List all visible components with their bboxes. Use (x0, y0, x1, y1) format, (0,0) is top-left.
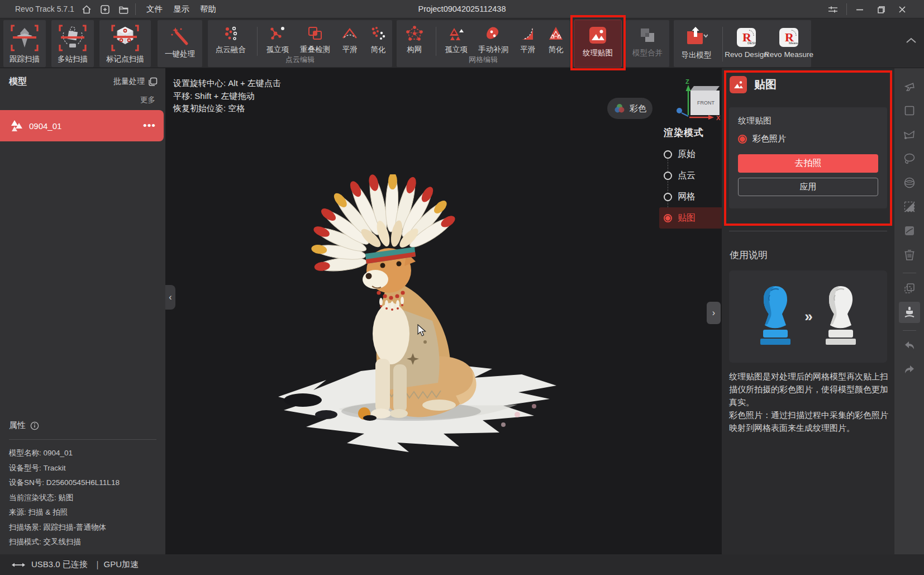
minimize-button[interactable] (851, 2, 868, 17)
fill-holes-icon (484, 25, 502, 42)
tool-tracking-scan[interactable]: 跟踪扫描 (3, 20, 46, 67)
tool-isolated-points[interactable]: 孤立项 (261, 23, 294, 55)
render-mode-option-original[interactable]: 原始 (659, 144, 722, 165)
model-list-item[interactable]: 0904_01 ••• (0, 110, 164, 141)
tool-model-merge[interactable]: 模型合并 (626, 20, 669, 67)
title-bar: Revo Track 5.7.1 文件 显示 帮助 Project0904202… (0, 0, 924, 18)
tool-simplify-mesh[interactable]: 简化 (542, 23, 570, 55)
tool-marker-scan[interactable]: 标记点扫描 (99, 20, 151, 67)
lasso-select-tool[interactable] (899, 148, 920, 169)
cursor-icon (903, 80, 916, 93)
invert-selection-tool[interactable] (899, 196, 920, 217)
tool-simplify-points[interactable]: 简化 (364, 23, 392, 55)
usb-icon (11, 561, 26, 569)
sidebar-title: 模型 (9, 76, 27, 88)
collapse-sidebar-button[interactable]: ‹ (165, 285, 175, 310)
tool-revo-design[interactable]: R DESIGN Revo Design (726, 23, 766, 59)
render-mode-option-pointcloud[interactable]: 点云 (659, 165, 722, 186)
sphere-select-icon (903, 176, 916, 189)
multistation-scan-icon (58, 23, 87, 53)
property-label: 设备SN号: (9, 478, 44, 487)
rectangle-select-tool[interactable] (899, 100, 920, 121)
properties-list: 模型名称: 0904_01 设备型号: Trackit 设备SN号: D2560… (9, 446, 160, 550)
bust-before-blue (754, 283, 797, 351)
cube-front-label: FRONT (697, 100, 715, 106)
pointcloud-fusion-icon (222, 25, 240, 42)
tool-export-model[interactable]: 导出模型 (674, 23, 719, 60)
tool-smooth-points[interactable]: 平滑 (336, 23, 364, 55)
batch-process-label: 批量处理 (113, 77, 145, 87)
texture-panel-title: 贴图 (754, 77, 777, 92)
tool-pointcloud-fusion[interactable]: 点云融合 (208, 23, 254, 55)
model-options-button[interactable]: ••• (143, 120, 156, 132)
render-mode-label: 网格 (678, 191, 696, 203)
duplicate-tool[interactable] (899, 278, 920, 299)
group-mesh-edit: 构网 孤立项 手动补洞 (397, 20, 570, 67)
simplify-points-icon (369, 25, 387, 42)
tool-one-click-process[interactable]: 一键处理 (158, 20, 202, 67)
tool-overlap-detect[interactable]: 重叠检测 (294, 23, 336, 55)
navigation-cube[interactable]: FRONT Z X (667, 78, 722, 126)
batch-process-button[interactable]: 批量处理 (113, 77, 158, 87)
preferences-button[interactable] (825, 2, 841, 17)
properties-title: 属性 (9, 420, 26, 431)
more-button[interactable]: 更多 (140, 95, 155, 105)
render-mode-title: 渲染模式 (664, 126, 722, 139)
tool-multistation-scan[interactable]: 多站扫描 (51, 20, 94, 67)
tool-texture-map[interactable]: 纹理贴图 (574, 20, 621, 67)
texture-section-label: 纹理贴图 (738, 116, 878, 126)
render-mode-label: 原始 (678, 149, 696, 160)
svg-text:DESIGN: DESIGN (747, 41, 757, 45)
capture-photo-button[interactable]: 去拍照 (738, 154, 878, 173)
undo-button[interactable] (899, 335, 920, 357)
invert-selection-icon (903, 200, 916, 213)
viewport-3d[interactable]: 设置旋转中心: Alt + 左键点击 平移: Shift + 左键拖动 恢复初始… (165, 68, 722, 554)
render-mode-panel: 渲染模式 原始 点云 网格 贴图 (659, 126, 722, 229)
close-button[interactable] (894, 2, 911, 17)
trash-icon (903, 248, 916, 262)
tool-label: 重叠检测 (300, 45, 330, 55)
brush-tool[interactable] (899, 302, 920, 323)
polygon-select-tool[interactable] (899, 124, 920, 145)
tool-label: 纹理贴图 (583, 48, 613, 58)
render-mode-option-mesh[interactable]: 网格 (659, 186, 722, 207)
tool-isolated-mesh[interactable]: 孤立项 (440, 23, 473, 55)
tool-fill-holes[interactable]: 手动补洞 (473, 23, 513, 55)
redo-button[interactable] (899, 359, 920, 381)
property-row: 当前渲染状态: 贴图 (9, 491, 160, 506)
tool-smooth-mesh[interactable]: 平滑 (514, 23, 542, 55)
restore-button[interactable] (873, 2, 889, 17)
close-icon (898, 5, 907, 14)
delete-selection-tool[interactable] (899, 244, 920, 265)
tool-mesh-build[interactable]: 构网 (397, 23, 432, 55)
revo-measure-icon: R Measure (778, 27, 799, 48)
status-bar: USB3.0 已连接 ｜ GPU加速 (0, 554, 924, 575)
group-separator (257, 27, 258, 56)
tool-label: 孤立项 (266, 45, 289, 55)
color-toggle[interactable]: 彩色 (607, 98, 652, 119)
property-value: 跟踪扫描-普通物体 (44, 523, 107, 531)
radio-color-photo[interactable]: 彩色照片 (738, 134, 878, 144)
tool-revo-measure[interactable]: R Measure Revo Measure (766, 23, 811, 59)
undo-icon (903, 340, 916, 352)
usage-illustration-card: » (729, 270, 887, 363)
render-mode-option-texture[interactable]: 贴图 (659, 207, 722, 229)
connection-status: USB3.0 已连接 (31, 559, 88, 570)
connected-region-select-tool[interactable] (899, 172, 920, 193)
apply-button[interactable]: 应用 (738, 178, 878, 196)
property-label: 模型名称: (9, 449, 41, 457)
ribbon-collapse-button[interactable] (905, 36, 917, 46)
fill-selection-tool[interactable] (899, 220, 920, 241)
select-cursor-tool[interactable] (899, 76, 920, 97)
usage-description: 纹理贴图是对处理后的网格模型再次贴上扫描仪所拍摄的彩色图片，使得模型颜色更加真实… (729, 370, 889, 434)
mesh-model-icon (10, 120, 23, 132)
group-pointcloud-edit: 点云融合 孤立项 重叠检测 (208, 20, 392, 67)
hint-reset: 恢复初始位姿: 空格 (173, 102, 281, 115)
property-value: D25600545H6L11L18 (46, 478, 120, 487)
selection-tool-rail (894, 68, 924, 554)
expand-panel-button[interactable]: › (707, 302, 721, 324)
info-icon[interactable] (30, 421, 39, 430)
property-value: 0904_01 (44, 449, 73, 457)
chevron-up-icon (905, 36, 917, 44)
model-3d-dog[interactable] (255, 174, 646, 523)
